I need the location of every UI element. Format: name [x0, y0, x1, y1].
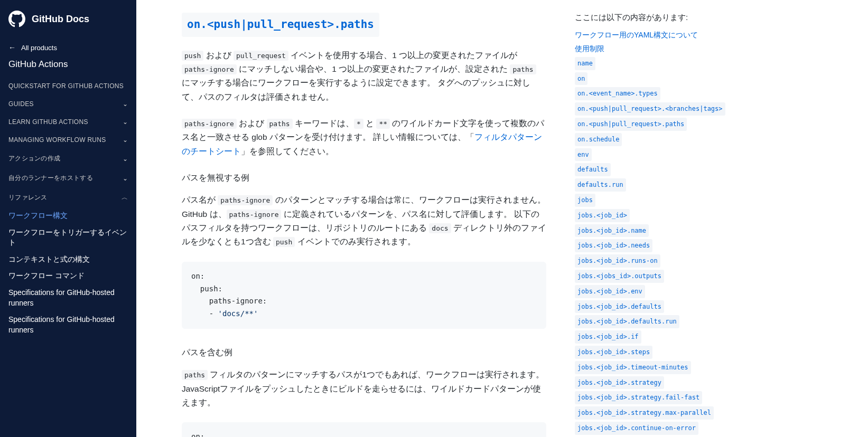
toc-code-link[interactable]: jobs [575, 194, 595, 207]
nav-sub-spec-hosted-1[interactable]: Specifications for GitHub-hosted runners [0, 284, 136, 311]
chevron-down-icon: ⌄ [123, 155, 128, 163]
code-push: push [273, 237, 295, 247]
nav-sub-workflow-syntax[interactable]: ワークフロー構文 [0, 207, 136, 224]
toc-code-link[interactable]: jobs.<job_id>.needs [575, 239, 652, 252]
toc-code-link[interactable]: jobs.<jobs_id>.outputs [575, 270, 664, 283]
toc-title: ここには以下の内容があります: [575, 13, 749, 23]
code-pull-request: pull_request [234, 51, 288, 61]
sidebar: GitHub Docs ← All products GitHub Action… [0, 0, 136, 437]
table-of-contents: ここには以下の内容があります: ワークフロー用のYAML構文について 使用制限 … [570, 0, 760, 437]
arrow-left-icon: ← [8, 43, 16, 52]
github-logo-icon [8, 11, 25, 27]
code-double-star: ** [376, 119, 390, 129]
toc-code-link[interactable]: jobs.<job_id>.timeout-minutes [575, 361, 691, 374]
toc-code-link[interactable]: jobs.<job_id>.steps [575, 346, 652, 359]
toc-link-usage-limits[interactable]: 使用制限 [575, 42, 749, 55]
paragraph-2: paths-ignore および paths キーワードは、* と ** のワイ… [182, 117, 546, 158]
code-block-include: on: push: paths: - '**.js' [182, 422, 546, 437]
toc-code-link[interactable]: on.schedule [575, 133, 622, 146]
nav-section-reference[interactable]: リファレンス ︿ [0, 188, 136, 207]
toc-code-link[interactable]: jobs.<job_id>.if [575, 330, 641, 344]
toc-code-link[interactable]: jobs.<job_id>.runs-on [575, 254, 660, 268]
code-paths-ignore: paths-ignore [218, 195, 273, 205]
code-paths: paths [182, 370, 208, 380]
nav-quickstart[interactable]: QUICKSTART FOR GITHUB ACTIONS [0, 77, 136, 95]
code-paths-ignore: paths-ignore [227, 210, 282, 220]
chevron-down-icon: ⌄ [123, 100, 128, 108]
toc-code-link[interactable]: jobs.<job_id>.defaults.run [575, 315, 679, 328]
toc-code-link[interactable]: defaults.run [575, 178, 626, 192]
chevron-up-icon: ︿ [122, 193, 128, 202]
code-paths-ignore: paths-ignore [182, 64, 237, 74]
nav-sub-context-expr[interactable]: コンテキストと式の構文 [0, 251, 136, 268]
code-push: push [182, 51, 203, 61]
article-content: on.<push|pull_request>.paths push および pu… [136, 0, 570, 437]
all-products-link[interactable]: ← All products [0, 40, 136, 55]
toc-code-link[interactable]: defaults [575, 163, 611, 176]
code-docs: docs [429, 223, 451, 233]
nav-sub-spec-hosted-2[interactable]: Specifications for GitHub-hosted runners [0, 311, 136, 338]
toc-code-link[interactable]: env [575, 148, 592, 162]
toc-code-link[interactable]: on.<push|pull_request>.<branches|tags> [575, 102, 725, 116]
nav-sub-trigger-events[interactable]: ワークフローをトリガーするイベント [0, 224, 136, 251]
nav-section-managing[interactable]: MANAGING WORKFLOW RUNS ⌄ [0, 131, 136, 149]
chevron-down-icon: ⌄ [123, 175, 128, 182]
toc-code-link[interactable]: jobs.<job_id>.strategy.max-parallel [575, 406, 714, 420]
all-products-label: All products [21, 44, 57, 52]
nav-section-learn[interactable]: LEARN GITHUB ACTIONS ⌄ [0, 113, 136, 131]
nav-section-create-actions[interactable]: アクションの作成 ⌄ [0, 149, 136, 168]
code-star: * [354, 119, 363, 129]
paragraph-1: push および pull_request イベントを使用する場合、1 つ以上の… [182, 49, 546, 104]
code-paths: paths [510, 64, 536, 74]
toc-code-link[interactable]: jobs.<job_id>.continue-on-error [575, 422, 698, 435]
toc-code-link[interactable]: name [575, 57, 595, 70]
toc-code-link[interactable]: on.<event_name>.types [575, 87, 660, 100]
code-paths-ignore: paths-ignore [182, 119, 237, 129]
product-title[interactable]: GitHub Actions [0, 55, 136, 77]
chevron-down-icon: ⌄ [123, 136, 128, 144]
toc-code-link[interactable]: jobs.<job_id>.env [575, 285, 645, 298]
paragraph-4: paths フィルタのパターンにマッチするパスが1つでもあれば、ワークフローは実… [182, 368, 546, 410]
paragraph-3: パス名が paths-ignore のパターンとマッチする場合は常に、ワークフロ… [182, 193, 546, 249]
code-paths: paths [267, 119, 293, 129]
section-heading: on.<push|pull_request>.paths [182, 13, 379, 37]
code-block-ignore: on: push: paths-ignore: - 'docs/**' [182, 262, 546, 329]
subhead-include: パスを含む例 [182, 346, 546, 359]
subhead-ignore: パスを無視する例 [182, 171, 546, 185]
sidebar-header[interactable]: GitHub Docs [0, 0, 136, 40]
nav-sub-workflow-commands[interactable]: ワークフロー コマンド [0, 268, 136, 284]
main: on.<push|pull_request>.paths push および pu… [136, 0, 868, 437]
toc-code-link[interactable]: jobs.<job_id>.strategy.fail-fast [575, 391, 702, 404]
nav-section-guides[interactable]: GUIDES ⌄ [0, 95, 136, 113]
toc-code-link[interactable]: jobs.<job_id>.defaults [575, 300, 664, 314]
brand-title: GitHub Docs [32, 14, 89, 25]
nav-section-self-hosted[interactable]: 自分のランナーをホストする ⌄ [0, 168, 136, 188]
chevron-down-icon: ⌄ [123, 118, 128, 126]
toc-code-link[interactable]: jobs.<job_id> [575, 209, 630, 222]
toc-code-link[interactable]: jobs.<job_id>.name [575, 224, 649, 238]
toc-link-yaml-about[interactable]: ワークフロー用のYAML構文について [575, 28, 749, 42]
toc-code-link[interactable]: on [575, 72, 587, 86]
toc-code-link[interactable]: on.<push|pull_request>.paths [575, 118, 687, 131]
toc-code-link[interactable]: jobs.<job_id>.strategy [575, 376, 664, 390]
